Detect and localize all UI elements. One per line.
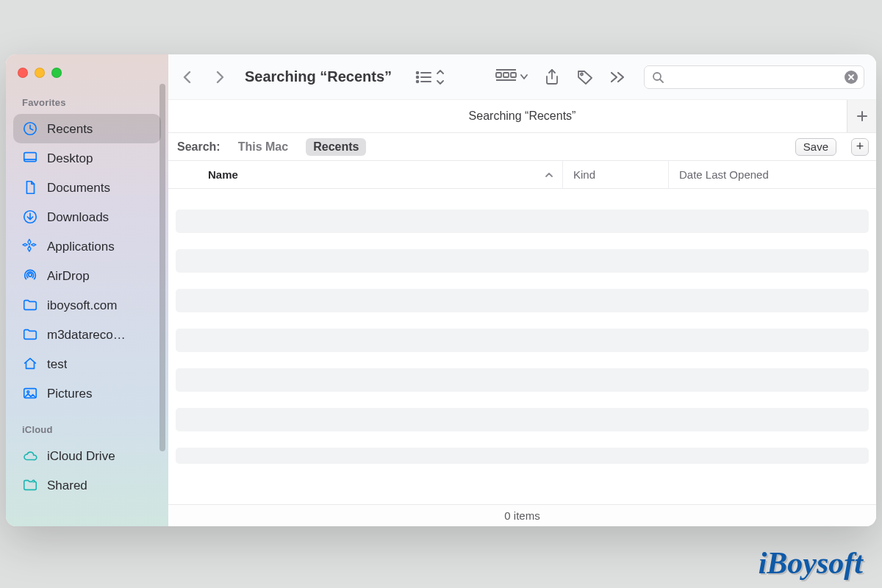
close-window-button[interactable] — [18, 68, 28, 78]
sidebar-item-label: Documents — [47, 182, 110, 194]
sidebar-item-documents[interactable]: Documents — [13, 173, 161, 202]
doc-icon — [22, 179, 38, 196]
sidebar-item-icloud-drive[interactable]: iCloud Drive — [13, 441, 161, 470]
sidebar-item-downloads[interactable]: Downloads — [13, 202, 161, 232]
sidebar-item-desktop[interactable]: Desktop — [13, 143, 161, 173]
location-text: Searching “Recents” — [469, 110, 576, 123]
list-item — [176, 368, 869, 392]
list-item — [176, 289, 869, 312]
sidebar-item-pictures[interactable]: Pictures — [13, 379, 161, 408]
toolbar-right-group — [415, 66, 626, 88]
sidebar-item-label: Pictures — [47, 387, 92, 400]
sidebar-item-label: m3datareco… — [47, 329, 126, 341]
add-rule-button[interactable]: + — [851, 138, 869, 156]
back-button[interactable] — [177, 66, 198, 88]
sidebar-item-recents[interactable]: Recents — [13, 114, 161, 143]
column-header-name-label: Name — [208, 168, 238, 181]
house-icon — [22, 356, 38, 372]
cloud-icon — [22, 448, 38, 464]
svg-point-11 — [417, 76, 419, 78]
svg-rect-16 — [503, 73, 509, 77]
scope-label: Search: — [177, 140, 220, 154]
sidebar-item-shared[interactable]: ✓Shared — [13, 470, 161, 500]
list-item — [176, 329, 869, 352]
list-item — [176, 408, 869, 431]
sidebar-item-label: Shared — [47, 479, 87, 492]
share-button[interactable] — [544, 66, 560, 88]
download-icon — [22, 209, 38, 225]
sidebar-item-m3datareco[interactable]: m3datareco… — [13, 320, 161, 349]
status-bar: 0 items — [168, 504, 876, 526]
results-list — [168, 189, 876, 504]
svg-point-9 — [417, 71, 419, 74]
svg-rect-15 — [496, 73, 501, 77]
sidebar-section-title: Favorites — [6, 94, 168, 112]
search-icon — [652, 71, 664, 83]
window-title: Searching “Recents” — [245, 68, 392, 85]
svg-point-4 — [29, 273, 32, 277]
airdrop-icon — [22, 268, 38, 284]
search-scope-bar: Search: This Mac Recents Save + — [168, 133, 876, 161]
folder-icon — [22, 326, 38, 343]
sidebar-item-label: AirDrop — [47, 270, 90, 282]
watermark-logo: iBoysoft — [759, 545, 863, 581]
svg-rect-1 — [24, 153, 37, 162]
column-headers: Name Kind Date Last Opened — [168, 161, 876, 189]
svg-rect-17 — [511, 73, 516, 77]
folder-icon — [22, 297, 38, 313]
scope-this-mac[interactable]: This Mac — [231, 138, 295, 156]
sidebar-item-label: test — [47, 358, 67, 370]
sidebar-item-label: Applications — [47, 240, 115, 253]
forward-button[interactable] — [209, 66, 230, 88]
sidebar-item-label: iboysoft.com — [47, 299, 117, 312]
svg-text:✓: ✓ — [32, 480, 35, 483]
desktop-icon — [22, 150, 38, 166]
add-criteria-button[interactable] — [847, 100, 876, 132]
scope-recents[interactable]: Recents — [306, 138, 366, 156]
minimize-window-button[interactable] — [35, 68, 45, 78]
list-item — [176, 249, 869, 273]
sidebar: FavoritesRecentsDesktopDocumentsDownload… — [6, 54, 168, 526]
sidebar-item-label: Downloads — [47, 211, 109, 223]
sidebar-item-airdrop[interactable]: AirDrop — [13, 261, 161, 290]
svg-point-13 — [417, 80, 419, 82]
sidebar-scrollbar-thumb[interactable] — [159, 84, 165, 451]
toolbar: Searching “Recents” — [168, 54, 876, 100]
sidebar-section-title: iCloud — [6, 421, 168, 440]
svg-line-22 — [660, 79, 663, 82]
location-bar: Searching “Recents” — [168, 100, 876, 133]
list-item — [176, 209, 869, 233]
apps-icon — [22, 238, 38, 254]
picture-icon — [22, 385, 38, 401]
zoom-window-button[interactable] — [51, 68, 62, 78]
svg-point-20 — [581, 73, 583, 75]
finder-window: FavoritesRecentsDesktopDocumentsDownload… — [6, 54, 876, 526]
clear-search-button[interactable] — [845, 71, 858, 84]
list-item — [176, 448, 869, 464]
sidebar-item-label: Desktop — [47, 152, 93, 165]
item-count: 0 items — [504, 509, 539, 522]
tags-button[interactable] — [576, 66, 594, 88]
svg-point-6 — [27, 391, 29, 393]
sidebar-item-label: Recents — [47, 123, 93, 135]
search-field[interactable] — [644, 65, 864, 89]
sharedfolder-icon: ✓ — [22, 477, 38, 493]
sidebar-item-iboysoft-com[interactable]: iboysoft.com — [13, 290, 161, 320]
sidebar-item-label: iCloud Drive — [47, 450, 115, 462]
sidebar-item-test[interactable]: test — [13, 349, 161, 379]
group-by-button[interactable] — [495, 66, 528, 88]
column-header-date-last-opened[interactable]: Date Last Opened — [668, 161, 876, 188]
view-options-button[interactable] — [415, 66, 444, 88]
content-area: Searching “Recents” — [168, 54, 876, 526]
sidebar-item-applications[interactable]: Applications — [13, 232, 161, 261]
more-toolbar-button[interactable] — [610, 66, 626, 88]
window-controls — [6, 68, 168, 94]
save-search-button[interactable]: Save — [795, 138, 836, 156]
clock-icon — [22, 121, 38, 137]
sort-ascending-icon — [545, 171, 553, 179]
column-header-kind[interactable]: Kind — [562, 161, 668, 188]
column-header-name[interactable]: Name — [168, 161, 562, 188]
